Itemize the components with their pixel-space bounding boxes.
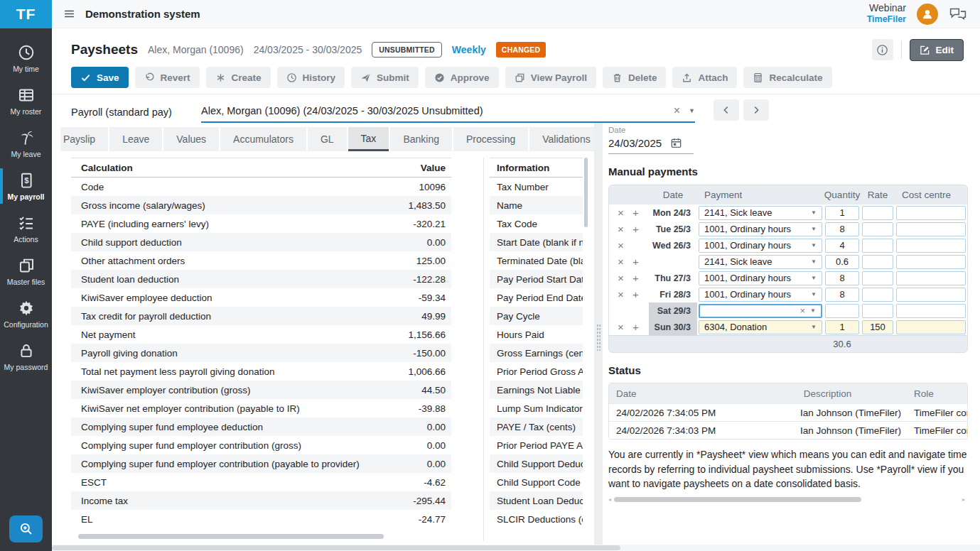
add-row-icon[interactable]: + [628, 288, 643, 300]
tab-values[interactable]: Values [163, 127, 219, 151]
payment-select[interactable]: 1001, Ordinary hours▼ [699, 222, 822, 236]
remove-row-icon[interactable]: × [613, 288, 628, 300]
payment-select[interactable]: 2141, Sick leave▼ [699, 255, 822, 269]
tab-validations[interactable]: Validations [529, 127, 594, 151]
clear-icon[interactable]: × [799, 305, 805, 316]
rate-input[interactable] [862, 304, 893, 318]
calendar-icon[interactable] [670, 137, 682, 149]
payment-select[interactable]: ×▼ [699, 304, 822, 318]
payroll-select[interactable]: Alex, Morgan (10096) (24/03/2025 - 30/03… [201, 104, 695, 123]
quantity-input[interactable]: 1 [825, 206, 859, 220]
history-button[interactable]: History [277, 67, 345, 88]
app-logo[interactable]: TF [0, 0, 52, 28]
submit-button[interactable]: Submit [351, 67, 419, 88]
payment-select[interactable]: 1001, Ordinary hours▼ [699, 239, 822, 253]
zoom-search-button[interactable] [9, 515, 43, 542]
next-paysheet-button[interactable] [743, 99, 769, 121]
quantity-input[interactable] [825, 304, 859, 318]
rate-input[interactable] [862, 255, 893, 269]
rate-input[interactable] [862, 222, 893, 236]
pane-splitter[interactable] [594, 123, 603, 551]
approve-button[interactable]: Approve [425, 67, 499, 88]
chevron-down-icon[interactable]: ▼ [811, 324, 817, 330]
rate-input[interactable]: 150 [862, 320, 893, 334]
sidebar-item-my-payroll[interactable]: $ My payroll [0, 165, 52, 207]
scrollbar-thumb[interactable] [584, 158, 588, 227]
save-button[interactable]: Save [71, 67, 129, 88]
quantity-input[interactable]: 1 [825, 320, 859, 334]
add-row-icon[interactable]: + [628, 223, 643, 235]
cost-centre-input[interactable] [896, 255, 966, 269]
chevron-down-icon[interactable]: ▼ [811, 242, 817, 249]
quantity-input[interactable]: 0.6 [825, 255, 859, 269]
remove-row-icon[interactable]: × [613, 239, 628, 251]
tab-payslip[interactable]: Payslip [60, 127, 108, 151]
avatar[interactable] [917, 4, 938, 25]
scrollbar-thumb[interactable] [52, 545, 620, 550]
chevron-down-icon[interactable]: ▼ [811, 258, 817, 265]
add-row-icon[interactable]: + [628, 321, 643, 333]
remove-row-icon[interactable]: × [613, 256, 628, 268]
chevron-down-icon[interactable]: ▼ [810, 307, 816, 314]
chevron-down-icon[interactable]: ▼ [811, 226, 817, 232]
cost-centre-input[interactable] [896, 206, 966, 220]
attach-button[interactable]: Attach [672, 67, 737, 88]
calculation-table-horizontal-scrollbar[interactable] [78, 534, 384, 539]
add-row-icon[interactable]: + [628, 272, 643, 284]
rate-input[interactable] [862, 206, 893, 220]
tab-leave[interactable]: Leave [109, 127, 162, 151]
quantity-input[interactable]: 8 [825, 288, 859, 302]
recalculate-button[interactable]: Recalculate [743, 67, 831, 88]
sidebar-item-my-time[interactable]: My time [0, 37, 52, 80]
chevron-down-icon[interactable]: ▼ [689, 107, 695, 114]
quantity-input[interactable]: 8 [825, 222, 859, 236]
sidebar-item-actions[interactable]: Actions [0, 207, 52, 250]
sidebar-item-my-leave[interactable]: My leave [0, 122, 52, 165]
tab-processing[interactable]: Processing [453, 127, 528, 151]
remove-row-icon[interactable]: × [613, 223, 628, 235]
create-button[interactable]: Create [206, 67, 271, 88]
tab-accumulators[interactable]: Accumulators [220, 127, 306, 151]
sidebar-item-my-password[interactable]: My password [0, 335, 52, 378]
remove-row-icon[interactable]: × [613, 272, 628, 284]
revert-button[interactable]: Revert [135, 67, 200, 88]
chevron-down-icon[interactable]: ▼ [811, 291, 817, 298]
rate-input[interactable] [862, 239, 893, 253]
scrollbar-thumb[interactable] [614, 497, 861, 502]
cost-centre-input[interactable] [896, 271, 966, 285]
chevron-down-icon[interactable]: ▼ [811, 275, 817, 281]
add-row-icon[interactable]: + [628, 207, 643, 219]
sidebar-item-my-roster[interactable]: My roster [0, 80, 52, 122]
quantity-input[interactable]: 4 [825, 239, 859, 253]
sidebar-item-master-files[interactable]: Master files [0, 250, 52, 293]
previous-paysheet-button[interactable] [714, 99, 739, 121]
hamburger-menu-icon[interactable] [63, 8, 75, 20]
sidebar-item-configuration[interactable]: Configuration [0, 293, 52, 335]
rate-input[interactable] [862, 288, 893, 302]
tab-gl[interactable]: GL [308, 127, 347, 151]
date-field[interactable]: 24/03/2025 [608, 134, 694, 154]
scroll-right-arrow-icon[interactable]: ▸ [962, 496, 968, 503]
chevron-down-icon[interactable]: ▼ [811, 209, 817, 216]
scroll-left-arrow-icon[interactable]: ◂ [608, 496, 614, 503]
view-payroll-button[interactable]: View Payroll [505, 67, 596, 88]
info-button[interactable] [872, 39, 893, 60]
tab-banking[interactable]: Banking [390, 127, 452, 151]
cost-centre-input[interactable] [896, 304, 966, 318]
payment-select[interactable]: 2141, Sick leave▼ [699, 206, 822, 220]
payment-select[interactable]: 1001, Ordinary hours▼ [699, 271, 822, 285]
chat-icon[interactable] [949, 6, 967, 23]
delete-button[interactable]: Delete [603, 67, 667, 88]
rate-input[interactable] [862, 271, 893, 285]
cost-centre-input[interactable] [896, 288, 966, 302]
payment-select[interactable]: 6304, Donation▼ [699, 320, 822, 334]
tab-tax[interactable]: Tax [348, 127, 389, 151]
add-row-icon[interactable]: + [628, 256, 643, 268]
cost-centre-input[interactable] [896, 222, 966, 236]
cost-centre-input[interactable] [896, 320, 966, 334]
remove-row-icon[interactable]: × [613, 321, 628, 333]
edit-button[interactable]: Edit [910, 39, 964, 61]
cost-centre-input[interactable] [896, 239, 966, 253]
payment-select[interactable]: 1001, Ordinary hours▼ [699, 288, 822, 302]
clear-selection-icon[interactable]: × [674, 104, 680, 117]
